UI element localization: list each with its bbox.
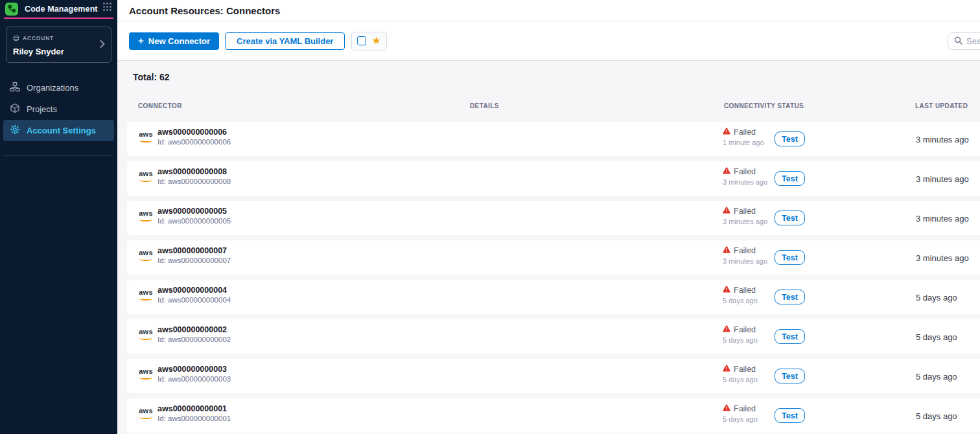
warning-triangle-icon: [723, 404, 730, 413]
status-time: 5 days ago: [723, 415, 758, 423]
last-updated: 5 days ago: [916, 411, 957, 420]
connector-name[interactable]: aws000000000004: [158, 286, 227, 295]
sidebar-item-account-settings[interactable]: Account Settings: [3, 120, 114, 141]
plus-icon: +: [138, 35, 144, 46]
test-button[interactable]: Test: [775, 250, 805, 265]
test-button[interactable]: Test: [775, 131, 805, 146]
warning-triangle-icon: [723, 286, 730, 295]
page-title: Account Resources: Connectors: [129, 5, 280, 16]
status-time: 5 days ago: [723, 297, 758, 304]
test-button[interactable]: Test: [775, 171, 805, 186]
connector-name[interactable]: aws000000000003: [158, 365, 227, 374]
page-header: Account Resources: Connectors: [117, 0, 980, 21]
connector-row[interactable]: aws aws000000000004 Id: aws000000000004 …: [127, 280, 980, 314]
connectivity-status: Failed: [723, 128, 756, 137]
sidebar-item-projects[interactable]: Projects: [3, 98, 114, 120]
connector-name[interactable]: aws000000000001: [158, 404, 227, 413]
status-label: Failed: [734, 246, 756, 255]
module-title: Code Management: [25, 5, 98, 14]
connector-row[interactable]: aws aws000000000002 Id: aws000000000002 …: [127, 319, 980, 354]
sidebar-item-organizations[interactable]: Organizations: [3, 77, 114, 98]
test-button[interactable]: Test: [775, 290, 805, 304]
status-time: 3 minutes ago: [723, 257, 767, 265]
connector-id: Id: aws000000000003: [158, 375, 231, 383]
last-updated: 3 minutes ago: [916, 213, 969, 223]
status-time: 3 minutes ago: [723, 178, 767, 186]
connector-row[interactable]: aws aws000000000001 Id: aws000000000001 …: [127, 398, 980, 433]
warning-triangle-icon: [723, 246, 730, 255]
connector-id: Id: aws000000000006: [158, 138, 231, 146]
connector-name[interactable]: aws000000000005: [158, 207, 227, 216]
status-time: 5 days ago: [723, 336, 758, 344]
test-button[interactable]: Test: [775, 408, 805, 423]
connectivity-status: Failed: [723, 246, 756, 255]
column-header-last-updated: LAST UPDATED: [915, 102, 968, 109]
search-icon: [954, 36, 962, 47]
status-time: 1 minute ago: [723, 139, 764, 146]
last-updated: 5 days ago: [916, 371, 957, 381]
total-count: Total: 62: [133, 72, 170, 82]
favorites-checkbox[interactable]: [357, 36, 366, 45]
connector-id: Id: aws000000000008: [158, 177, 231, 185]
test-button[interactable]: Test: [775, 329, 805, 344]
connector-name[interactable]: aws000000000007: [158, 246, 227, 255]
sidebar-divider: [4, 155, 113, 155]
gear-icon: [10, 124, 20, 137]
column-header-connector: CONNECTOR: [138, 102, 182, 109]
org-chart-icon: [10, 82, 20, 94]
connector-row[interactable]: aws aws000000000003 Id: aws000000000003 …: [127, 359, 980, 393]
connector-row[interactable]: aws aws000000000007 Id: aws000000000007 …: [127, 240, 980, 275]
status-label: Failed: [734, 404, 756, 413]
connector-id: Id: aws000000000007: [158, 257, 231, 264]
account-selector[interactable]: ACCOUNT Riley Snyder: [6, 27, 111, 63]
status-label: Failed: [734, 167, 756, 176]
sidebar-item-label: Account Settings: [27, 126, 96, 135]
warning-triangle-icon: [723, 207, 730, 216]
total-label: Total:: [133, 72, 157, 82]
aws-logo-icon: aws: [137, 170, 154, 182]
connector-name[interactable]: aws000000000006: [158, 128, 227, 137]
connectivity-status: Failed: [723, 167, 756, 176]
module-switcher-grid-icon[interactable]: [102, 2, 112, 14]
connector-row[interactable]: aws aws000000000008 Id: aws000000000008 …: [127, 161, 980, 196]
module-accent-divider: [4, 17, 113, 19]
search-placeholder: Search: [966, 36, 980, 46]
aws-logo-icon: aws: [137, 131, 154, 143]
connector-name[interactable]: aws000000000002: [158, 325, 227, 334]
connectivity-status: Failed: [723, 404, 756, 413]
table-header: CONNECTOR DETAILS CONNECTIVITY STATUS LA…: [117, 102, 980, 111]
account-label: ACCOUNT: [23, 35, 54, 41]
code-management-logo-icon[interactable]: [5, 3, 18, 16]
search-input[interactable]: Search: [948, 32, 980, 50]
status-time: 3 minutes ago: [723, 218, 767, 225]
create-via-yaml-builder-button[interactable]: Create via YAML Builder: [225, 32, 345, 50]
sidebar-item-label: Organizations: [27, 83, 78, 93]
status-label: Failed: [734, 128, 756, 137]
aws-logo-icon: aws: [137, 210, 154, 222]
aws-logo-icon: aws: [137, 328, 154, 340]
chevron-right-icon: [100, 39, 105, 51]
connectivity-status: Failed: [723, 207, 756, 216]
column-header-connectivity-status: CONNECTIVITY STATUS: [724, 102, 804, 109]
cube-icon: [10, 103, 20, 115]
new-connector-button[interactable]: + New Connector: [129, 32, 219, 50]
last-updated: 5 days ago: [916, 332, 957, 341]
star-icon[interactable]: ★: [371, 36, 380, 46]
aws-logo-icon: aws: [137, 407, 154, 419]
account-name: Riley Snyder: [13, 47, 104, 56]
app-window: Code Management ACCOUNT Riley Snyder: [0, 0, 980, 434]
sidebar-item-label: Projects: [27, 104, 57, 114]
aws-logo-icon: aws: [137, 368, 154, 380]
connector-row[interactable]: aws aws000000000006 Id: aws000000000006 …: [127, 122, 980, 156]
last-updated: 3 minutes ago: [916, 134, 969, 144]
aws-logo-icon: aws: [137, 289, 154, 301]
last-updated: 3 minutes ago: [916, 253, 969, 262]
last-updated: 5 days ago: [916, 292, 957, 302]
connector-name[interactable]: aws000000000008: [158, 167, 227, 176]
test-button[interactable]: Test: [775, 369, 805, 383]
warning-triangle-icon: [723, 365, 730, 374]
connector-id: Id: aws000000000001: [158, 415, 231, 422]
connector-row[interactable]: aws aws000000000005 Id: aws000000000005 …: [127, 201, 980, 235]
test-button[interactable]: Test: [775, 211, 805, 225]
sidebar-header: Code Management: [0, 0, 117, 16]
